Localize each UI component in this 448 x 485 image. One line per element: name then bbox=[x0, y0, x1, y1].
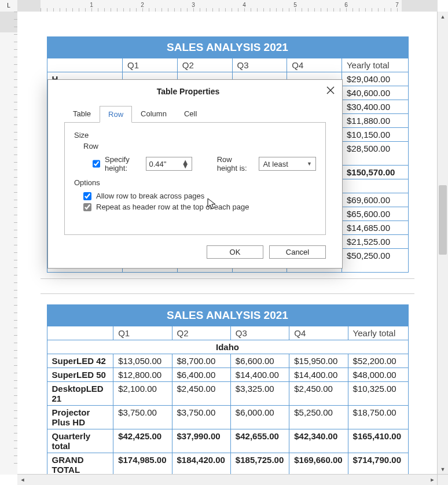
column-header bbox=[47, 326, 113, 340]
spinner-icon[interactable]: ▲▼ bbox=[182, 160, 189, 168]
size-group-label: Size bbox=[74, 131, 316, 142]
tab-table[interactable]: Table bbox=[64, 105, 100, 122]
column-header: Q2 bbox=[172, 326, 230, 340]
column-header bbox=[47, 58, 123, 72]
row-tabpage: Size Row Specify height: 0.44" ▲▼ Ro bbox=[64, 122, 326, 235]
page-2: SALES ANALYSIS 2021 Q1Q2Q3Q4Yearly total… bbox=[17, 304, 438, 475]
table-title: SALES ANALYSIS 2021 bbox=[47, 305, 408, 326]
cancel-button[interactable]: Cancel bbox=[269, 245, 326, 259]
table-row[interactable]: GRAND TOTAL$174,985.00$184,420.00$185,72… bbox=[47, 453, 408, 475]
scroll-up-arrow[interactable]: ▲ bbox=[438, 12, 448, 22]
close-icon bbox=[326, 87, 335, 96]
row-height-mode-value: At least bbox=[263, 160, 288, 168]
column-headers: Q1Q2Q3Q4Yearly total bbox=[47, 326, 408, 340]
vertical-scrollbar[interactable]: ▲ ▼ bbox=[437, 12, 448, 475]
scroll-left-arrow[interactable]: ◄ bbox=[17, 475, 28, 485]
repeat-header-checkbox[interactable]: Repeat as header row at the top of each … bbox=[83, 203, 316, 211]
column-header: Q1 bbox=[113, 326, 172, 340]
specify-height-label: Specify height: bbox=[105, 155, 140, 172]
height-value: 0.44" bbox=[149, 160, 166, 168]
column-header: Q1 bbox=[123, 58, 178, 72]
allow-break-checkbox[interactable]: Allow row to break across pages bbox=[83, 192, 316, 200]
scrollbar-corner bbox=[437, 474, 448, 485]
allow-break-label: Allow row to break across pages bbox=[96, 192, 204, 200]
horizontal-scrollbar[interactable]: ◄ ► bbox=[17, 474, 438, 485]
tab-row[interactable]: Row bbox=[100, 106, 132, 123]
region-row: Idaho bbox=[47, 340, 408, 354]
table-row[interactable]: SuperLED 42$13,050.00$8,700.00$6,600.00$… bbox=[47, 354, 408, 368]
row-height-mode-select[interactable]: At least ▼ bbox=[259, 157, 316, 171]
close-button[interactable] bbox=[324, 84, 337, 98]
table-row[interactable]: Quarterly total$42,425.00$37,990.00$42,6… bbox=[47, 429, 408, 453]
column-header: Yearly total bbox=[348, 326, 408, 340]
table-properties-dialog: Table Properties Table Row Column Cell S… bbox=[47, 79, 343, 269]
app-window: L 1234567 SALES ANALYSIS 2021 Q1Q2Q3Q4Ye… bbox=[0, 0, 448, 485]
vertical-ruler[interactable] bbox=[0, 12, 18, 475]
table-title: SALES ANALYSIS 2021 bbox=[47, 37, 408, 58]
tab-cell[interactable]: Cell bbox=[175, 105, 205, 122]
table-row[interactable]: SuperLED 50$12,800.00$6,400.00$14,400.00… bbox=[47, 368, 408, 382]
height-input[interactable]: 0.44" ▲▼ bbox=[146, 157, 192, 171]
page-break bbox=[41, 278, 414, 294]
options-group-label: Options bbox=[74, 178, 316, 189]
repeat-header-label: Repeat as header row at the top of each … bbox=[96, 203, 249, 211]
column-header: Q4 bbox=[289, 326, 348, 340]
horizontal-ruler[interactable]: 1234567 bbox=[17, 0, 438, 12]
column-header: Yearly total bbox=[341, 58, 408, 72]
row-label: Row bbox=[83, 142, 316, 153]
scroll-down-arrow[interactable]: ▼ bbox=[438, 464, 448, 475]
specify-height-checkbox[interactable]: Specify height: bbox=[93, 155, 140, 172]
ok-button[interactable]: OK bbox=[207, 245, 263, 259]
column-header: Q4 bbox=[287, 58, 342, 72]
column-headers: Q1Q2Q3Q4Yearly total bbox=[47, 58, 408, 72]
ruler-corner: L bbox=[0, 0, 18, 12]
row-height-is-label: Row height is: bbox=[217, 155, 254, 172]
table-row[interactable]: DesktopLED 21$2,100.00$2,450.00$3,325.00… bbox=[47, 382, 408, 406]
scroll-right-arrow[interactable]: ► bbox=[427, 475, 438, 485]
dialog-title: Table Properties bbox=[53, 87, 324, 96]
sales-table-page2[interactable]: SALES ANALYSIS 2021 Q1Q2Q3Q4Yearly total… bbox=[47, 304, 409, 475]
column-header: Q3 bbox=[230, 326, 289, 340]
column-header: Q3 bbox=[232, 58, 287, 72]
chevron-down-icon: ▼ bbox=[307, 161, 312, 167]
tab-column[interactable]: Column bbox=[132, 105, 175, 122]
table-row[interactable]: Projector Plus HD$3,750.00$3,750.00$6,00… bbox=[47, 406, 408, 429]
dialog-tabs: Table Row Column Cell bbox=[48, 105, 342, 122]
column-header: Q2 bbox=[177, 58, 232, 72]
scroll-thumb[interactable] bbox=[439, 185, 447, 255]
